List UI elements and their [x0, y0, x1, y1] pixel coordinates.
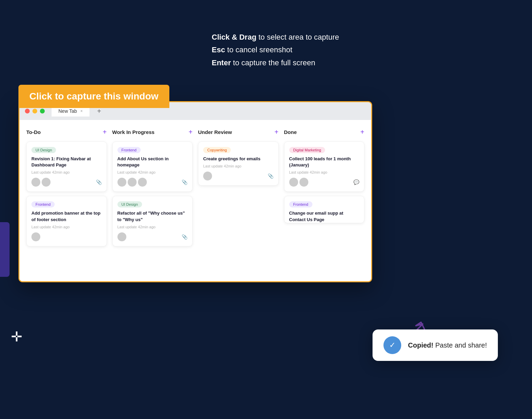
- instruction-esc-rest: to cancel sreenshot: [225, 45, 292, 54]
- instructions-panel: Click & Drag to select area to capture E…: [212, 31, 339, 69]
- column-review-title: Under Review: [198, 129, 232, 135]
- card-tag: UI Design: [31, 147, 56, 153]
- avatar: [128, 178, 137, 187]
- card-wip-2[interactable]: UI Design Refactor all of "Why choose us…: [112, 196, 193, 246]
- avatar: [138, 178, 147, 187]
- card-done-2[interactable]: Frontend Change our email supp at Contac…: [284, 196, 365, 223]
- column-wip-add[interactable]: +: [188, 128, 193, 136]
- instruction-enter-rest: to capture the full screen: [231, 58, 315, 67]
- avatar: [299, 178, 308, 187]
- card-avatars: [203, 172, 213, 180]
- card-tag: Frontend: [31, 201, 55, 207]
- traffic-lights: [25, 109, 45, 113]
- card-tag: Digital Marketing: [289, 147, 325, 153]
- avatar: [203, 172, 212, 180]
- instruction-line-3: Enter to capture the full screen: [212, 56, 339, 69]
- card-footer: 📎: [117, 232, 188, 241]
- card-title: Collect 100 leads for 1 month (January): [289, 156, 360, 168]
- column-review-header: Under Review +: [198, 128, 279, 136]
- column-done-header: Done +: [284, 128, 365, 136]
- avatar: [289, 178, 298, 187]
- card-meta: Last update 42min ago: [117, 225, 188, 229]
- avatar: [42, 178, 51, 187]
- column-wip: Work In Progress + Frontend Add About Us…: [112, 128, 193, 273]
- avatar: [117, 232, 126, 241]
- card-tag: Copywriting: [203, 147, 231, 153]
- card-avatars: [31, 232, 42, 241]
- browser-window: New Tab × + To-Do + UI Design Revision 1…: [18, 101, 372, 282]
- card-done-1[interactable]: Digital Marketing Collect 100 leads for …: [284, 141, 365, 192]
- attachment-icon: 📎: [182, 179, 187, 185]
- card-title: Change our email supp at Contact Us Page: [289, 210, 360, 222]
- toast-text: Copied! Paste and share!: [408, 341, 487, 349]
- attachment-icon: 📎: [96, 179, 102, 185]
- column-todo-title: To-Do: [26, 129, 41, 135]
- tab-close-button[interactable]: ×: [80, 109, 83, 113]
- toast-rest: Paste and share!: [433, 341, 487, 349]
- column-todo: To-Do + UI Design Revision 1: Fixing Nav…: [26, 128, 107, 273]
- column-review-add[interactable]: +: [275, 128, 279, 136]
- close-button[interactable]: [25, 109, 30, 113]
- column-wip-title: Work In Progress: [112, 129, 155, 135]
- maximize-button[interactable]: [40, 109, 45, 113]
- column-review: Under Review + Copywriting Create greeti…: [198, 128, 279, 273]
- card-avatars: [31, 178, 52, 187]
- card-footer: 📎: [203, 172, 274, 180]
- card-title: Revision 1: Fixing Navbar at Dashboard P…: [31, 156, 102, 168]
- minimize-button[interactable]: [32, 109, 37, 113]
- card-avatars: [289, 178, 310, 187]
- column-todo-header: To-Do +: [26, 128, 107, 136]
- instruction-drag-bold: Click & Drag: [212, 33, 256, 41]
- card-avatars: [117, 232, 128, 241]
- instruction-drag-rest: to select area to capture: [256, 33, 339, 41]
- crosshair-cursor: ✛: [11, 329, 23, 344]
- card-footer: 💬: [289, 178, 360, 187]
- card-footer: 📎: [31, 178, 102, 187]
- card-footer: [31, 232, 102, 241]
- copied-toast: ✓ Copied! Paste and share!: [373, 329, 498, 361]
- card-meta: Last update 42min ago: [289, 170, 360, 174]
- column-wip-header: Work In Progress +: [112, 128, 193, 136]
- card-meta: Last update 42min ago: [117, 170, 188, 174]
- copied-checkmark-icon: ✓: [383, 336, 401, 354]
- card-title: Add promotion banner at the top of foote…: [31, 210, 102, 222]
- attachment-icon: 📎: [182, 234, 187, 240]
- kanban-board: To-Do + UI Design Revision 1: Fixing Nav…: [19, 120, 371, 281]
- card-tag: UI Design: [117, 201, 142, 207]
- chat-icon: 💬: [353, 179, 359, 185]
- card-title: Refactor all of "Why choose us" to "Why …: [117, 210, 188, 222]
- card-footer: 📎: [117, 178, 188, 187]
- tab-title: New Tab: [58, 108, 77, 114]
- card-todo-2[interactable]: Frontend Add promotion banner at the top…: [26, 196, 107, 246]
- card-todo-1[interactable]: UI Design Revision 1: Fixing Navbar at D…: [26, 141, 107, 192]
- instruction-line-1: Click & Drag to select area to capture: [212, 31, 339, 43]
- column-done-add[interactable]: +: [360, 128, 364, 136]
- avatar: [31, 178, 40, 187]
- card-meta: Last update 42min ago: [31, 225, 102, 229]
- column-done-title: Done: [284, 129, 297, 135]
- card-wip-1[interactable]: Frontend Add About Us section in homepag…: [112, 141, 193, 192]
- card-meta: Last update 42min ago: [203, 164, 274, 168]
- card-avatars: [117, 178, 148, 187]
- card-tag: Frontend: [289, 201, 312, 207]
- card-meta: Last update 42min ago: [31, 170, 102, 174]
- instruction-esc-bold: Esc: [212, 45, 225, 54]
- toast-bold: Copied!: [408, 341, 433, 349]
- avatar: [31, 232, 40, 241]
- column-todo-add[interactable]: +: [103, 128, 107, 136]
- capture-window-label[interactable]: Click to capture this window: [18, 85, 169, 108]
- instruction-line-2: Esc to cancel sreenshot: [212, 43, 339, 56]
- card-review-1[interactable]: Copywriting Create greetings for emails …: [198, 141, 279, 186]
- column-done: Done + Digital Marketing Collect 100 lea…: [284, 128, 365, 273]
- card-tag: Frontend: [117, 147, 141, 153]
- attachment-icon: 📎: [268, 173, 274, 179]
- card-title: Create greetings for emails: [203, 156, 274, 162]
- instruction-enter-bold: Enter: [212, 58, 231, 67]
- card-title: Add About Us section in homepage: [117, 156, 188, 168]
- sidebar-strip: [0, 222, 10, 277]
- avatar: [117, 178, 126, 187]
